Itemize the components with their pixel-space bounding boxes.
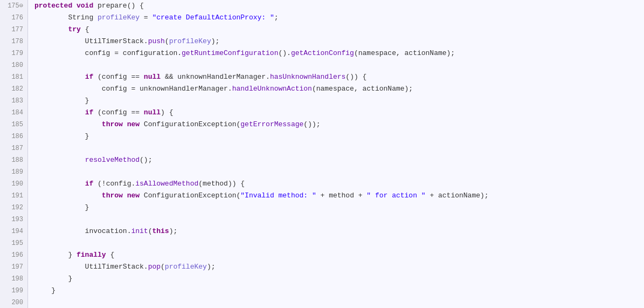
line-number: 178 bbox=[0, 36, 27, 47]
line-number: 185 bbox=[0, 119, 27, 131]
plain-token: ( bbox=[161, 263, 165, 271]
plain-token: + method + bbox=[316, 191, 367, 200]
line-number: 188 bbox=[0, 154, 27, 166]
method-token: getActionConfig bbox=[291, 49, 354, 57]
line-number: 175⊖ bbox=[0, 0, 27, 12]
code-line: } bbox=[34, 131, 644, 142]
line-number: 198 bbox=[0, 273, 27, 285]
kw-token: new bbox=[127, 191, 144, 200]
plain-token: } bbox=[34, 97, 89, 105]
string-token: " for action " bbox=[366, 191, 425, 200]
string-token: "create DefaultActionProxy: " bbox=[152, 13, 274, 22]
code-line: throw new ConfigurationException(getErro… bbox=[34, 119, 644, 131]
line-number: 193 bbox=[0, 214, 27, 225]
line-number: 184 bbox=[0, 107, 27, 119]
method-token: init bbox=[131, 227, 148, 235]
plain-token: } bbox=[34, 203, 89, 211]
plain-token: invocation. bbox=[34, 227, 131, 235]
plain-token: (). bbox=[278, 49, 290, 57]
code-line: throw new ConfigurationException("Invali… bbox=[34, 190, 644, 202]
line-number: 195 bbox=[0, 237, 27, 249]
method-token: pop bbox=[148, 263, 161, 271]
plain-token: ConfigurationException( bbox=[144, 191, 240, 200]
plain-token: } bbox=[34, 286, 56, 295]
code-line bbox=[34, 142, 644, 154]
line-number: 190 bbox=[0, 178, 27, 190]
method-token: isAllowedMethod bbox=[135, 180, 198, 188]
plain-token: ); bbox=[207, 263, 216, 271]
plain-token: ( bbox=[165, 37, 169, 45]
code-line: String profileKey = "create DefaultActio… bbox=[34, 12, 644, 24]
plain-token bbox=[34, 25, 68, 33]
code-line: } bbox=[34, 95, 644, 107]
code-line: } finally { bbox=[34, 249, 644, 261]
line-number: 176 bbox=[0, 12, 27, 24]
method-token: push bbox=[148, 37, 165, 45]
plain-token: ()); bbox=[303, 120, 320, 128]
plain-token: UtilTimerStack. bbox=[34, 37, 148, 45]
plain-token: config = unknownHandlerManager. bbox=[34, 85, 232, 93]
code-line: try { bbox=[34, 24, 644, 36]
line-number: 180 bbox=[0, 59, 27, 71]
plain-token: ); bbox=[169, 227, 178, 235]
var-token: profileKey bbox=[98, 13, 140, 22]
plain-token: UtilTimerStack. bbox=[34, 263, 148, 271]
var-token: profileKey bbox=[165, 263, 207, 271]
code-line: } bbox=[34, 285, 644, 297]
kw-token: this bbox=[152, 227, 169, 235]
line-number: 194 bbox=[0, 225, 27, 237]
line-number: 183 bbox=[0, 95, 27, 107]
plain-token bbox=[34, 108, 85, 117]
plain-token bbox=[34, 191, 102, 200]
code-line: config = configuration.getRuntimeConfigu… bbox=[34, 47, 644, 59]
plain-token: ) { bbox=[161, 108, 173, 117]
kw-token: if bbox=[85, 73, 94, 81]
method-token: handleUnknownAction bbox=[232, 85, 312, 93]
var-token: profileKey bbox=[169, 37, 211, 45]
plain-token: } bbox=[34, 275, 72, 283]
code-line: if (config == null) { bbox=[34, 107, 644, 119]
kw-token: protected bbox=[34, 2, 77, 10]
code-line: UtilTimerStack.push(profileKey); bbox=[34, 36, 644, 47]
code-line bbox=[34, 166, 644, 178]
plain-token: } bbox=[34, 132, 89, 140]
code-line: UtilTimerStack.pop(profileKey); bbox=[34, 261, 644, 273]
plain-token: config = configuration. bbox=[34, 49, 182, 57]
plain-token: { bbox=[81, 25, 89, 33]
kw-token: if bbox=[85, 180, 94, 188]
kw-token: void bbox=[77, 2, 98, 10]
kw-token: if bbox=[85, 108, 94, 117]
code-line: invocation.init(this); bbox=[34, 225, 644, 237]
code-line: } bbox=[34, 273, 644, 285]
plain-token: (config == bbox=[93, 108, 144, 117]
method-token: getRuntimeConfiguration bbox=[182, 49, 278, 57]
plain-token: (!config. bbox=[93, 180, 135, 188]
plain-token: (namespace, actionName); bbox=[312, 85, 413, 93]
plain-token bbox=[34, 180, 85, 188]
line-number: 187 bbox=[0, 142, 27, 154]
plain-token: (); bbox=[140, 156, 152, 164]
code-area[interactable]: protected void prepare() { String profil… bbox=[28, 0, 644, 308]
line-number: 200 bbox=[0, 297, 27, 308]
code-line bbox=[34, 297, 644, 308]
line-number: 199 bbox=[0, 285, 27, 297]
plain-token: String bbox=[34, 13, 98, 22]
line-number: 177 bbox=[0, 24, 27, 36]
plain-token: && unknownHandlerManager. bbox=[161, 73, 270, 81]
kw-token: null bbox=[144, 108, 161, 117]
plain-token: { bbox=[106, 251, 115, 259]
code-line bbox=[34, 214, 644, 225]
plain-token: (config == bbox=[93, 73, 144, 81]
kw-token: throw bbox=[102, 120, 127, 128]
plain-token bbox=[34, 120, 102, 128]
code-line: config = unknownHandlerManager.handleUnk… bbox=[34, 83, 644, 95]
line-number: 181 bbox=[0, 71, 27, 83]
line-number: 197 bbox=[0, 261, 27, 273]
plain-token: ); bbox=[211, 37, 220, 45]
string-token: "Invalid method: " bbox=[240, 191, 316, 200]
kw-token: finally bbox=[77, 251, 106, 259]
method-token: getErrorMessage bbox=[240, 120, 303, 128]
plain-token: (namespace, actionName); bbox=[354, 49, 455, 57]
code-line: if (config == null && unknownHandlerMana… bbox=[34, 71, 644, 83]
method-token: hasUnknownHandlers bbox=[270, 73, 345, 81]
